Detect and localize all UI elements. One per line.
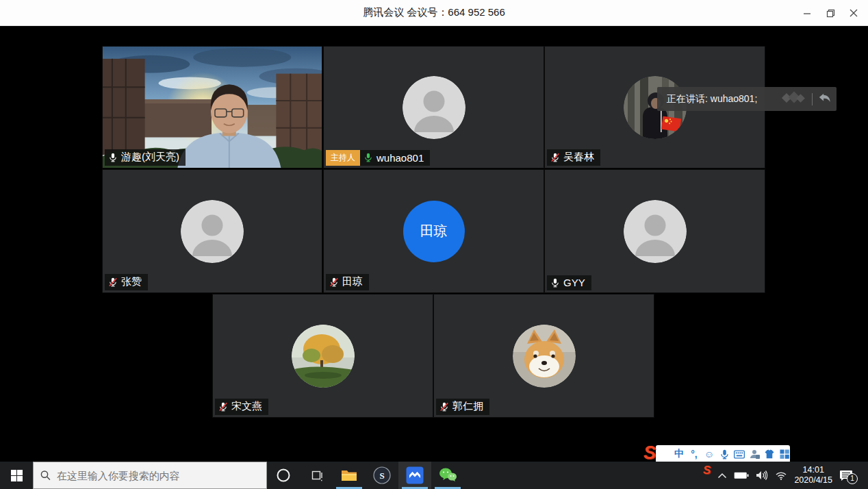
tray-time: 14:01 bbox=[794, 465, 832, 475]
mic-speaking-icon bbox=[363, 153, 373, 162]
participant-name: 宋文燕 bbox=[231, 400, 262, 413]
mic-on-icon bbox=[550, 278, 560, 288]
emoji-icon[interactable]: ☺ bbox=[704, 449, 715, 460]
meeting-logo-icon bbox=[779, 90, 809, 108]
sogou-ime-toolbar[interactable]: S 中 °, ☺ bbox=[656, 445, 790, 463]
participant-label: 游趣(刘天亮) bbox=[105, 149, 186, 166]
wechat-icon bbox=[439, 467, 457, 484]
video-tile-zhangzan[interactable]: 张赞 bbox=[102, 169, 322, 293]
mic-on-icon bbox=[108, 153, 118, 162]
participant-name: 田琼 bbox=[342, 275, 363, 288]
close-button[interactable] bbox=[842, 3, 865, 23]
restore-icon bbox=[826, 9, 835, 18]
gray-silhouette-avatar bbox=[403, 76, 465, 139]
windows-logo-icon bbox=[11, 470, 23, 481]
restore-button[interactable] bbox=[819, 3, 842, 23]
tencent-meeting-icon bbox=[406, 466, 424, 484]
windows-taskbar: S S bbox=[0, 462, 868, 489]
wechat-button[interactable] bbox=[431, 462, 464, 489]
blue-initials-avatar: 田琼 bbox=[403, 201, 465, 262]
svg-text:S: S bbox=[379, 471, 384, 481]
file-explorer-icon bbox=[341, 469, 357, 482]
participant-label: GYY bbox=[547, 275, 591, 290]
task-view-button[interactable] bbox=[300, 462, 333, 489]
hidden-icons-chevron[interactable] bbox=[717, 473, 727, 479]
participant-label: 张赞 bbox=[105, 274, 148, 290]
participant-name: wuhao801 bbox=[376, 152, 424, 164]
participant-label: 吴春林 bbox=[547, 149, 600, 166]
skin-icon[interactable] bbox=[764, 449, 775, 459]
toolbox-icon[interactable] bbox=[779, 449, 790, 459]
collapse-arrow-icon[interactable] bbox=[817, 92, 831, 107]
sogou-logo-icon[interactable]: S bbox=[643, 442, 656, 464]
start-button[interactable] bbox=[0, 462, 33, 489]
notification-badge: 1 bbox=[847, 473, 858, 484]
meeting-window-titlebar[interactable]: 腾讯会议 会议号：664 952 566 bbox=[0, 0, 868, 26]
search-icon bbox=[40, 470, 51, 481]
meeting-video-grid: 游趣(刘天亮) 主持人 wuhao801 bbox=[0, 26, 868, 462]
mic-muted-icon bbox=[439, 402, 449, 412]
speaking-toast-text: 正在讲话: wuhao801; bbox=[667, 93, 779, 105]
mic-muted-icon bbox=[108, 277, 118, 287]
video-tile-gyy[interactable]: GYY bbox=[544, 169, 765, 293]
file-explorer-button[interactable] bbox=[333, 462, 366, 489]
tray-date: 2020/4/15 bbox=[794, 475, 832, 486]
sogou-browser-icon: S bbox=[373, 466, 391, 484]
voice-input-icon[interactable] bbox=[719, 449, 730, 460]
toast-divider bbox=[812, 93, 813, 105]
video-tile-wuhao801[interactable]: 主持人 wuhao801 bbox=[323, 46, 544, 168]
close-icon bbox=[850, 9, 858, 17]
window-title: 腾讯会议 会议号：664 952 566 bbox=[363, 6, 505, 19]
photo-dog-avatar bbox=[513, 325, 576, 388]
participant-label: 郭仁拥 bbox=[436, 399, 489, 415]
system-tray: S 14:01 2020/4/15 bbox=[703, 462, 868, 489]
video-tile-guorenyong[interactable]: 郭仁拥 bbox=[433, 294, 654, 418]
participant-name: 郭仁拥 bbox=[452, 400, 483, 413]
tencent-meeting-button[interactable] bbox=[398, 462, 431, 489]
account-icon[interactable] bbox=[749, 449, 760, 459]
participant-label: 宋文燕 bbox=[215, 399, 268, 415]
participant-label: 主持人 wuhao801 bbox=[326, 150, 430, 166]
video-tile-tianqiong[interactable]: 田琼 田琼 bbox=[323, 169, 544, 293]
mic-muted-icon bbox=[329, 277, 339, 287]
cortana-icon bbox=[276, 468, 291, 483]
participant-name: 游趣(刘天亮) bbox=[121, 151, 179, 164]
speaking-toast: 正在讲话: wuhao801; bbox=[657, 87, 837, 111]
photo-autumn-avatar bbox=[292, 325, 355, 388]
punctuation-icon[interactable]: °, bbox=[689, 449, 700, 460]
avatar-initials: 田琼 bbox=[420, 222, 448, 240]
tray-clock[interactable]: 14:01 2020/4/15 bbox=[794, 465, 832, 486]
mic-muted-icon bbox=[218, 402, 228, 412]
taskbar-search[interactable] bbox=[33, 462, 267, 489]
wifi-icon[interactable] bbox=[775, 471, 787, 480]
participant-name: GYY bbox=[563, 277, 585, 288]
video-tile-songwenyan[interactable]: 宋文燕 bbox=[212, 294, 433, 418]
cortana-button[interactable] bbox=[267, 462, 300, 489]
window-controls bbox=[795, 0, 865, 26]
sogou-browser-button[interactable]: S bbox=[366, 462, 398, 489]
participant-name: 张赞 bbox=[121, 275, 142, 288]
gray-silhouette-avatar bbox=[624, 200, 687, 263]
sogou-tray-icon[interactable]: S bbox=[703, 464, 711, 477]
action-center-button[interactable]: 1 bbox=[839, 470, 853, 481]
desktop-screen: 腾讯会议 会议号：664 952 566 bbox=[0, 0, 868, 489]
battery-icon[interactable] bbox=[734, 471, 749, 479]
search-input[interactable] bbox=[57, 470, 259, 481]
soft-keyboard-icon[interactable] bbox=[734, 450, 745, 459]
participant-name: 吴春林 bbox=[563, 151, 594, 164]
gray-silhouette-avatar bbox=[181, 200, 244, 263]
video-tile-youqu[interactable]: 游趣(刘天亮) bbox=[102, 46, 322, 168]
host-badge: 主持人 bbox=[326, 150, 360, 166]
minimize-button[interactable] bbox=[795, 3, 819, 23]
task-view-icon bbox=[310, 470, 323, 481]
volume-icon[interactable] bbox=[756, 471, 768, 480]
chinese-mode-icon[interactable]: 中 bbox=[674, 448, 685, 460]
participant-label: 田琼 bbox=[326, 274, 369, 290]
minimize-icon bbox=[803, 9, 811, 17]
mic-muted-icon bbox=[550, 153, 560, 162]
